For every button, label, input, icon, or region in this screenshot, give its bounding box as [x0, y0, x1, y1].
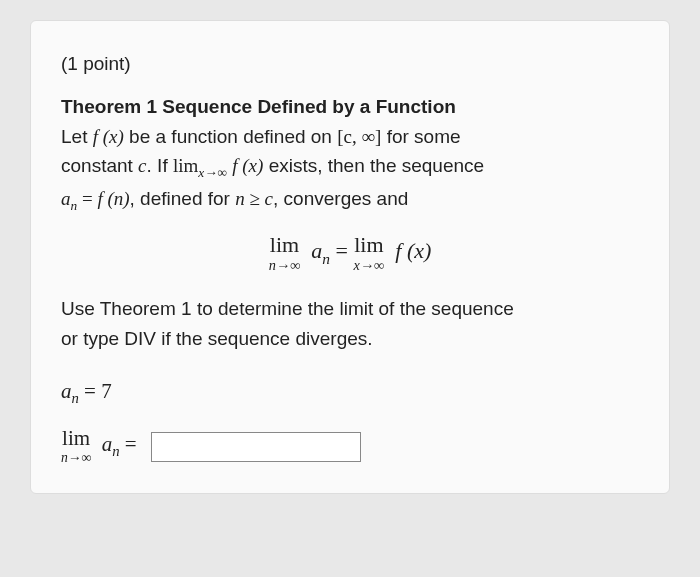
interval-symbol: [c, ∞] — [337, 126, 381, 147]
theorem-text-1c: for some — [381, 126, 460, 147]
disp-an-n: n — [322, 250, 330, 267]
instruction-block: Use Theorem 1 to determine the limit of … — [61, 294, 639, 353]
lim-left: lim n→∞ — [269, 234, 301, 272]
lim-inline-sub: x→∞ — [198, 165, 227, 180]
disp-eq: = — [336, 238, 354, 263]
instruction-line1: Use Theorem 1 to determine the limit of … — [61, 298, 514, 319]
disp-fx: f (x) — [395, 238, 431, 263]
lim-word-right: lim — [353, 234, 384, 256]
answer-lim: lim n→∞ — [61, 428, 91, 465]
theorem-text-3b: , converges and — [273, 188, 408, 209]
theorem-text-1b: be a function defined on — [124, 126, 337, 147]
fx-symbol-2: f (x) — [232, 155, 263, 176]
fn-symbol: f (n) — [97, 188, 129, 209]
c-symbol: c — [138, 155, 146, 176]
answer-input[interactable] — [151, 432, 361, 462]
answer-lim-sub: n→∞ — [61, 451, 91, 465]
theorem-text-3a: , defined for — [130, 188, 236, 209]
eq-symbol: = — [77, 188, 97, 209]
theorem-text-2a: constant — [61, 155, 138, 176]
theorem-title: Theorem 1 Sequence Defined by a Function — [61, 96, 456, 117]
an-a: a — [61, 188, 71, 209]
lim-inline: lim — [173, 155, 198, 176]
seq-eq: = — [79, 379, 101, 403]
disp-an-a: a — [311, 238, 322, 263]
problem-card: (1 point) Theorem 1 Sequence Defined by … — [30, 20, 670, 494]
answer-a: a — [102, 432, 113, 456]
cond-symbol: n ≥ c — [235, 188, 273, 209]
theorem-text-2c: exists, then the sequence — [263, 155, 484, 176]
lim-right: lim x→∞ — [353, 234, 384, 272]
seq-val: 7 — [101, 379, 112, 403]
fx-symbol: f (x) — [93, 126, 124, 147]
answer-lim-word: lim — [61, 428, 91, 449]
theorem-text-2b: . If — [147, 155, 173, 176]
answer-eq: = — [125, 432, 137, 456]
answer-n: n — [112, 444, 119, 460]
theorem-text-1a: Let — [61, 126, 93, 147]
lim-sub-right: x→∞ — [353, 258, 384, 272]
answer-row: lim n→∞ an = — [61, 428, 639, 465]
instruction-line2: or type DIV if the sequence diverges. — [61, 328, 373, 349]
display-equation: lim n→∞ an = lim x→∞ f (x) — [61, 234, 639, 272]
seq-a: a — [61, 379, 72, 403]
lim-sub-left: n→∞ — [269, 258, 301, 272]
seq-n: n — [72, 390, 79, 406]
lim-word-left: lim — [269, 234, 301, 256]
answer-lhs: lim n→∞ an = — [61, 428, 137, 465]
theorem-block: Theorem 1 Sequence Defined by a Function… — [61, 92, 639, 216]
points-label: (1 point) — [61, 49, 639, 78]
sequence-definition: an = 7 — [61, 375, 639, 410]
